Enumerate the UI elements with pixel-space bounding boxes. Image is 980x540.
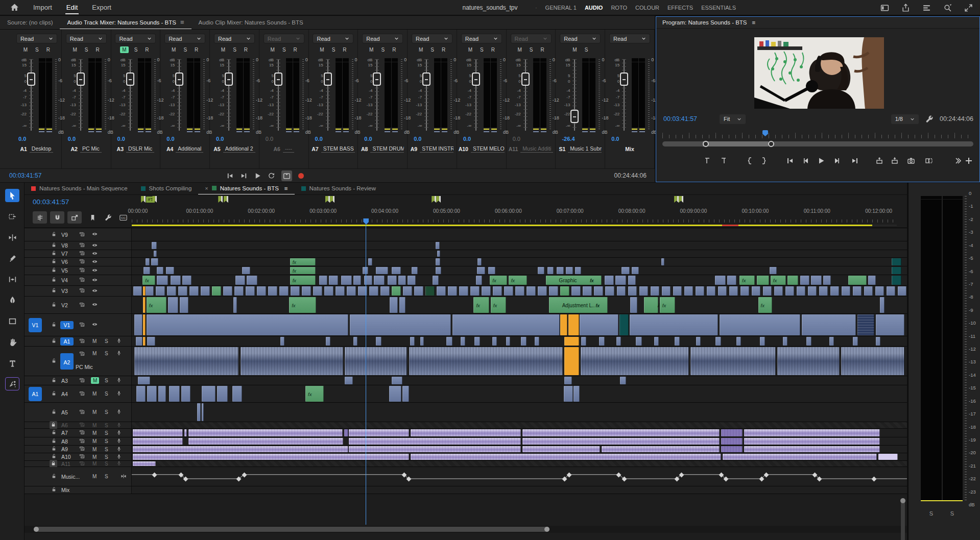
mute-button[interactable]: M bbox=[23, 47, 28, 53]
source-patch-icon[interactable] bbox=[79, 446, 85, 453]
clip[interactable] bbox=[134, 347, 239, 375]
sequence-marker[interactable] bbox=[325, 196, 330, 203]
clip[interactable] bbox=[341, 276, 352, 285]
channel-name-field[interactable]: Mix bbox=[623, 146, 636, 153]
clip[interactable] bbox=[477, 267, 486, 274]
source-patch-video[interactable]: V1 bbox=[29, 318, 42, 332]
clip[interactable] bbox=[522, 429, 720, 436]
clip[interactable] bbox=[785, 286, 794, 296]
clip[interactable]: fx bbox=[289, 297, 316, 313]
clip[interactable] bbox=[345, 377, 352, 384]
source-patch-audio[interactable]: A1 bbox=[29, 387, 42, 401]
goto-out-button[interactable] bbox=[240, 172, 248, 180]
clip[interactable] bbox=[752, 286, 760, 296]
clip[interactable] bbox=[615, 276, 626, 285]
source-patch-icon[interactable] bbox=[79, 453, 85, 460]
source-patch-icon[interactable] bbox=[79, 409, 85, 416]
selection-tool[interactable] bbox=[5, 189, 19, 202]
clip[interactable] bbox=[630, 297, 637, 313]
channel-name-field[interactable]: STEM INSTR bbox=[420, 145, 453, 153]
clip[interactable] bbox=[723, 454, 877, 460]
fader-knob[interactable] bbox=[422, 72, 431, 86]
razor-tool[interactable] bbox=[5, 252, 19, 265]
mute-button[interactable]: M bbox=[92, 461, 97, 467]
solo-left-button[interactable]: S bbox=[929, 510, 933, 517]
clip[interactable]: fx bbox=[771, 276, 786, 285]
clip[interactable] bbox=[145, 286, 153, 296]
clip[interactable] bbox=[560, 286, 569, 296]
mute-button[interactable]: M bbox=[221, 47, 225, 53]
lock-open-icon[interactable] bbox=[51, 409, 57, 416]
clip[interactable] bbox=[144, 267, 151, 274]
clip[interactable] bbox=[392, 377, 402, 384]
timeline-display-settings-button[interactable] bbox=[33, 211, 47, 224]
channel-name-field[interactable]: DSLR Mic bbox=[126, 145, 154, 153]
timeline-ruler[interactable]: #T 00:00:0000:01:00:0000:02:00:0000:03:0… bbox=[132, 195, 897, 228]
automation-mode-dropdown[interactable]: Read bbox=[609, 34, 650, 43]
clip[interactable] bbox=[133, 446, 348, 452]
clip[interactable] bbox=[402, 386, 410, 402]
channel-volume-value[interactable]: 0.0 bbox=[12, 136, 61, 144]
clip[interactable] bbox=[721, 446, 743, 452]
track-output-icon[interactable] bbox=[91, 231, 98, 238]
mark-in-icon[interactable] bbox=[703, 157, 711, 165]
clip[interactable] bbox=[492, 337, 497, 346]
clip[interactable]: fx bbox=[290, 258, 316, 265]
mixer-current-timecode[interactable]: 00:03:41:57 bbox=[0, 172, 102, 179]
record-arm-button[interactable]: R bbox=[491, 47, 495, 53]
automation-mode-dropdown[interactable]: Read bbox=[560, 34, 601, 43]
track-select-tool[interactable] bbox=[5, 210, 19, 223]
source-patch-icon[interactable] bbox=[79, 460, 85, 468]
write-keyframes-toggle[interactable] bbox=[281, 170, 292, 181]
track-name[interactable]: V1 bbox=[60, 321, 74, 329]
workspace-general-1[interactable]: GENERAL 1 bbox=[545, 5, 577, 11]
mark-out-icon[interactable] bbox=[720, 157, 728, 165]
mute-button[interactable]: M bbox=[517, 47, 521, 53]
zoom-range[interactable] bbox=[703, 141, 768, 146]
snap-toggle-button[interactable] bbox=[50, 211, 64, 224]
channel-name-field[interactable]: STEM DRUM bbox=[370, 145, 404, 153]
playback-resolution-dropdown[interactable]: 1/8 bbox=[891, 114, 919, 124]
fader-knob[interactable] bbox=[472, 72, 480, 86]
clip[interactable] bbox=[347, 286, 355, 296]
clip[interactable] bbox=[721, 429, 743, 436]
lock-open-icon[interactable] bbox=[51, 322, 57, 329]
mute-button[interactable]: M bbox=[92, 454, 97, 460]
solo-button[interactable]: S bbox=[105, 454, 108, 460]
clip[interactable] bbox=[376, 337, 381, 346]
track-lane-A6[interactable] bbox=[132, 422, 907, 428]
clip[interactable] bbox=[242, 267, 251, 274]
clip[interactable] bbox=[736, 337, 741, 346]
type-tool[interactable] bbox=[5, 356, 19, 370]
clip[interactable] bbox=[138, 377, 150, 384]
channel-volume-value[interactable]: 0.0 bbox=[408, 136, 457, 144]
mute-button[interactable]: M bbox=[92, 391, 97, 397]
clip[interactable] bbox=[143, 337, 146, 346]
clip[interactable] bbox=[602, 446, 720, 452]
channel-volume-value[interactable]: 0.0 bbox=[111, 136, 160, 144]
mute-button[interactable]: M bbox=[92, 338, 97, 344]
clip[interactable] bbox=[349, 438, 521, 445]
clip[interactable] bbox=[411, 454, 721, 460]
channel-volume-value[interactable]: 0.0 bbox=[210, 136, 259, 144]
play-button[interactable] bbox=[254, 172, 261, 180]
solo-button[interactable]: S bbox=[105, 430, 108, 436]
hand-tool[interactable] bbox=[5, 335, 19, 349]
clip[interactable] bbox=[167, 286, 176, 296]
solo-button[interactable]: S bbox=[585, 47, 588, 53]
clip[interactable] bbox=[146, 258, 150, 265]
clip[interactable] bbox=[619, 314, 629, 335]
record-button[interactable] bbox=[298, 173, 304, 179]
clip[interactable] bbox=[180, 297, 188, 313]
automation-mode-dropdown[interactable]: Read bbox=[461, 34, 502, 43]
clip[interactable] bbox=[353, 276, 361, 285]
solo-button[interactable]: S bbox=[381, 47, 385, 53]
source-patch-icon[interactable] bbox=[79, 377, 85, 384]
mute-button[interactable]: M bbox=[92, 438, 97, 444]
clip[interactable] bbox=[696, 337, 701, 346]
more-buttons-icon[interactable] bbox=[954, 157, 962, 165]
track-output-icon[interactable] bbox=[91, 302, 98, 308]
solo-button[interactable]: S bbox=[105, 409, 108, 415]
mute-button[interactable]: M bbox=[92, 474, 97, 479]
clip[interactable] bbox=[568, 314, 579, 335]
